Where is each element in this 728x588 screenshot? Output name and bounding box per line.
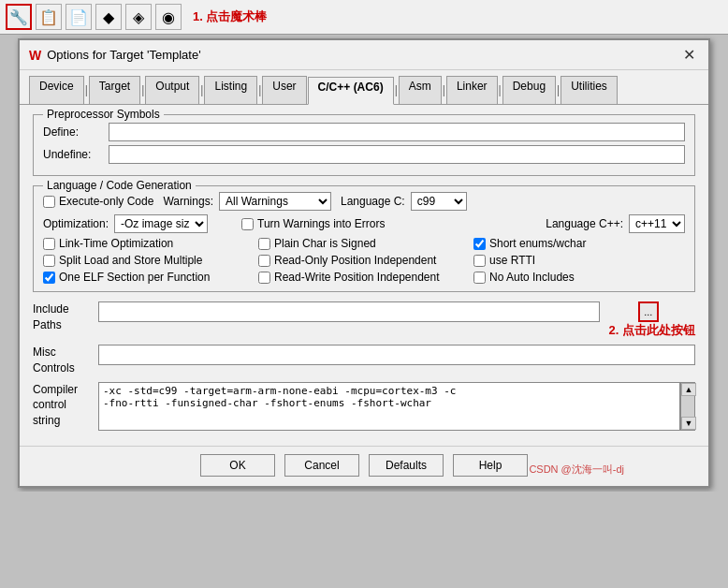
no-auto-includes-checkbox[interactable]: No Auto Includes — [473, 271, 685, 284]
include-paths-input[interactable] — [98, 301, 600, 322]
tab-asm[interactable]: Asm — [399, 76, 442, 104]
define-row: Define: — [43, 123, 685, 141]
link-time-opt-label: Link-Time Optimization — [59, 237, 173, 250]
no-auto-includes-check[interactable] — [473, 272, 486, 284]
dialog-close-button[interactable]: ✕ — [679, 46, 699, 64]
misc-controls-input[interactable] — [98, 345, 695, 365]
tab-output[interactable]: Output — [145, 76, 199, 104]
tab-sep-8: | — [557, 76, 560, 104]
include-paths-row: Include Paths ... 2. 点击此处按钮 — [33, 301, 695, 339]
short-enums-checkbox[interactable]: Short enums/wchar — [473, 237, 685, 250]
plain-char-signed-checkbox[interactable]: Plain Char is Signed — [258, 237, 473, 250]
scroll-down-button[interactable]: ▼ — [681, 417, 696, 430]
tab-utilities[interactable]: Utilities — [561, 76, 618, 104]
lang-row2: Optimization: -Oz image size Turn Warnin… — [43, 214, 685, 233]
optimization-group: Optimization: -Oz image size — [43, 214, 208, 233]
language-cpp-select[interactable]: c++11 — [629, 214, 685, 233]
language-group: Language / Code Generation Execute-only … — [33, 185, 695, 292]
tab-sep-1: | — [85, 76, 88, 104]
turn-warnings-errors-check[interactable] — [241, 218, 254, 230]
turn-warnings-errors-checkbox[interactable]: Turn Warnings into Errors — [241, 217, 385, 230]
readonly-pos-indep-label: Read-Only Position Independent — [274, 254, 436, 267]
compiler-line2: -fno-rtti -funsigned-char -fshort-enums … — [103, 397, 676, 409]
undefine-row: Undefine: — [43, 145, 685, 164]
short-enums-check[interactable] — [473, 238, 486, 250]
warnings-group: Warnings: All Warnings — [163, 192, 331, 211]
dialog-title-left: W Options for Target 'Template' — [29, 48, 201, 63]
lang-row1: Execute-only Code Warnings: All Warnings… — [43, 192, 685, 211]
execute-only-code-checkbox[interactable]: Execute-only Code — [43, 195, 153, 208]
toolbar-btn-copy[interactable]: 📋 — [36, 4, 62, 30]
compiler-scrollbar[interactable]: ▲ ▼ — [680, 382, 695, 431]
tab-cpp[interactable]: C/C++ (AC6) — [308, 77, 394, 105]
preprocessor-group: Preprocessor Symbols Define: Undefine: — [33, 114, 695, 176]
link-time-opt-check[interactable] — [43, 238, 55, 250]
use-rtti-checkbox[interactable]: use RTTI — [473, 254, 685, 267]
one-elf-section-check[interactable] — [43, 272, 55, 284]
language-cpp-label: Language C++: — [546, 217, 623, 230]
warnings-label: Warnings: — [163, 195, 213, 208]
undefine-label: Undefine: — [43, 148, 109, 161]
scroll-up-button[interactable]: ▲ — [681, 383, 696, 396]
dialog-title-text: Options for Target 'Template' — [47, 48, 200, 62]
readwrite-pos-indep-checkbox[interactable]: Read-Write Position Independent — [258, 271, 473, 284]
toolbar-btn-paste[interactable]: 📄 — [66, 4, 92, 30]
split-load-store-checkbox[interactable]: Split Load and Store Multiple — [43, 254, 249, 267]
execute-only-code-check[interactable] — [43, 196, 55, 208]
preprocessor-group-label: Preprocessor Symbols — [43, 108, 164, 121]
toolbar-btn-build2[interactable]: ◈ — [125, 4, 152, 30]
tab-sep-3: | — [200, 76, 203, 104]
col-b: Plain Char is Signed Read-Only Position … — [249, 237, 473, 284]
short-enums-label: Short enums/wchar — [489, 237, 586, 250]
options-dialog: W Options for Target 'Template' ✕ Device… — [18, 38, 710, 488]
readwrite-pos-indep-check[interactable] — [258, 272, 270, 284]
magic-wand-button[interactable]: 🔧 — [6, 4, 32, 30]
plain-char-signed-check[interactable] — [258, 238, 270, 250]
define-input[interactable] — [109, 123, 685, 141]
checkbox-cols: Link-Time Optimization Split Load and St… — [43, 237, 685, 284]
cancel-button[interactable]: Cancel — [284, 454, 359, 477]
tab-sep-6: | — [443, 76, 445, 104]
tab-device[interactable]: Device — [29, 76, 84, 104]
dialog-footer: OK Cancel Defaults CSDN @沈海一叫-dj Help — [20, 446, 708, 486]
language-c-label: Language C: — [341, 195, 405, 208]
split-load-store-check[interactable] — [43, 255, 55, 267]
optimization-label: Optimization: — [43, 217, 109, 230]
ok-button[interactable]: OK — [200, 454, 275, 477]
tab-sep-7: | — [499, 76, 502, 104]
undefine-input[interactable] — [109, 145, 685, 164]
link-time-opt-checkbox[interactable]: Link-Time Optimization — [43, 237, 249, 250]
language-group-label: Language / Code Generation — [43, 179, 196, 192]
tab-debug[interactable]: Debug — [502, 76, 556, 104]
browse-dots: ... — [644, 306, 652, 317]
watermark: CSDN @沈海一叫-dj — [529, 463, 624, 477]
turn-warnings-errors-label: Turn Warnings into Errors — [257, 217, 385, 230]
tab-target[interactable]: Target — [89, 76, 140, 104]
use-rtti-check[interactable] — [473, 255, 486, 267]
dialog-titlebar: W Options for Target 'Template' ✕ — [20, 40, 708, 70]
annotation-2: 2. 点击此处按钮 — [609, 322, 695, 339]
defaults-button[interactable]: Defaults — [369, 454, 444, 477]
no-auto-includes-label: No Auto Includes — [489, 271, 575, 284]
warnings-select[interactable]: All Warnings — [219, 192, 331, 211]
readonly-pos-indep-check[interactable] — [258, 255, 270, 267]
optimization-select[interactable]: -Oz image size — [114, 214, 208, 233]
plain-char-signed-label: Plain Char is Signed — [274, 237, 376, 250]
col-c: Short enums/wchar use RTTI No Auto Inclu… — [473, 237, 685, 284]
one-elf-section-checkbox[interactable]: One ELF Section per Function — [43, 271, 249, 284]
help-button[interactable]: Help — [453, 454, 528, 477]
compiler-control-label: Compiler control string — [33, 382, 98, 429]
toolbar: 🔧 📋 📄 ◆ ◈ ◉ 1. 点击魔术棒 — [0, 0, 728, 35]
scroll-track — [681, 396, 694, 417]
tab-user[interactable]: User — [262, 76, 306, 104]
include-paths-browse-button[interactable]: ... — [638, 301, 659, 322]
readwrite-pos-indep-label: Read-Write Position Independent — [274, 271, 440, 284]
toolbar-btn-rebuild[interactable]: ◉ — [155, 4, 182, 30]
tab-linker[interactable]: Linker — [446, 76, 498, 104]
readonly-pos-indep-checkbox[interactable]: Read-Only Position Independent — [258, 254, 473, 267]
dialog-title-icon: W — [29, 48, 41, 63]
toolbar-btn-build[interactable]: ◆ — [95, 4, 122, 30]
col-a: Link-Time Optimization Split Load and St… — [43, 237, 249, 284]
tab-listing[interactable]: Listing — [204, 76, 257, 104]
language-c-select[interactable]: c99 — [411, 192, 467, 211]
